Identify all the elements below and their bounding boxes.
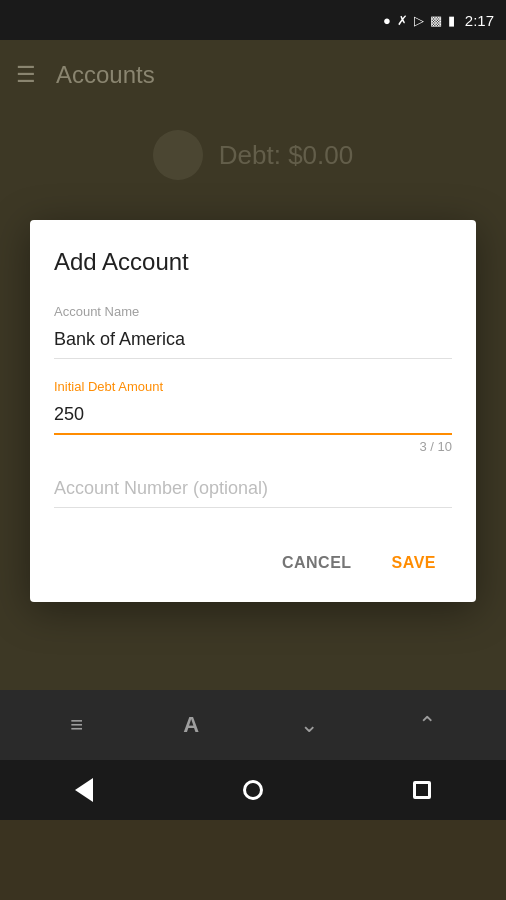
app-bar: ☰ Accounts	[0, 40, 506, 110]
account-name-input[interactable]	[54, 325, 452, 359]
debt-amount: Debt: $0.00	[219, 140, 353, 171]
initial-debt-label: Initial Debt Amount	[54, 379, 452, 394]
status-icons: ● ✗ ▷ ▩ ▮ 2:17	[383, 12, 494, 29]
background-content: Debt: $0.00 Add Account Account Name Ini…	[0, 110, 506, 690]
save-button[interactable]: SAVE	[376, 544, 452, 582]
back-button[interactable]	[75, 778, 93, 802]
menu-icon[interactable]: ☰	[16, 62, 36, 88]
account-name-field-group: Account Name	[54, 304, 452, 359]
account-number-field-group	[54, 474, 452, 508]
debt-display: Debt: $0.00	[153, 130, 353, 180]
nav-bar	[0, 760, 506, 820]
chevron-down-icon[interactable]: ⌄	[300, 712, 318, 738]
char-count: 3 / 10	[54, 439, 452, 454]
location-icon: ●	[383, 13, 391, 28]
home-button[interactable]	[243, 780, 263, 800]
cancel-button[interactable]: CANCEL	[266, 544, 368, 582]
dialog-title: Add Account	[54, 248, 452, 276]
keyboard-toolbar: ≡ A ⌄ ⌃	[0, 690, 506, 760]
status-bar: ● ✗ ▷ ▩ ▮ 2:17	[0, 0, 506, 40]
format-text-icon[interactable]: A	[183, 712, 199, 738]
account-number-input[interactable]	[54, 474, 452, 508]
app-title: Accounts	[56, 61, 155, 89]
signal-icon: ▩	[430, 13, 442, 28]
wifi-icon: ▷	[414, 13, 424, 28]
account-avatar	[153, 130, 203, 180]
battery-icon: ▮	[448, 13, 455, 28]
status-time: 2:17	[465, 12, 494, 29]
recents-button[interactable]	[413, 781, 431, 799]
format-list-icon[interactable]: ≡	[70, 712, 83, 738]
account-name-label: Account Name	[54, 304, 452, 319]
add-account-dialog: Add Account Account Name Initial Debt Am…	[30, 220, 476, 602]
bluetooth-icon: ✗	[397, 13, 408, 28]
initial-debt-field-group: Initial Debt Amount 3 / 10	[54, 379, 452, 454]
chevron-up-icon[interactable]: ⌃	[418, 712, 436, 738]
initial-debt-input[interactable]	[54, 400, 452, 435]
dialog-actions: CANCEL SAVE	[54, 536, 452, 582]
